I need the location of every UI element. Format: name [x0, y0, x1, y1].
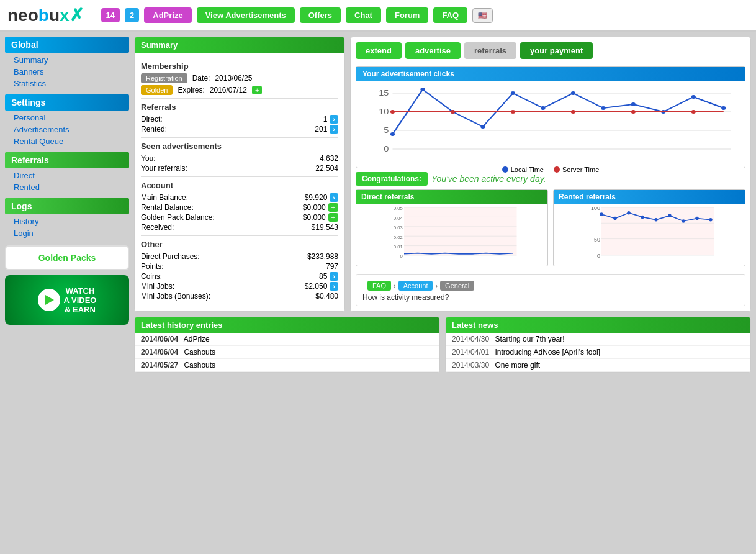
golden-pack-balance-label: Golden Pack Balance: [141, 213, 215, 222]
sidebar-item-direct[interactable]: Direct [5, 170, 129, 181]
sidebar-item-personal[interactable]: Personal [5, 112, 129, 124]
faq-chevron2: › [435, 282, 438, 289]
direct-purchases-label: Direct Purchases: [141, 252, 200, 261]
sidebar-global-group: Global Summary Banners Statistics [5, 37, 129, 89]
expires-plus-button[interactable]: + [252, 86, 262, 94]
extend-button[interactable]: extend [356, 42, 402, 59]
history-type-2: Cashouts [184, 361, 215, 370]
ad-clicks-chart-title: Your advertisement clicks [356, 67, 745, 81]
divider4 [141, 235, 338, 236]
faq-tag[interactable]: FAQ [367, 281, 391, 291]
news-entry-2: 2014/03/30 One more gift [446, 359, 750, 372]
sidebar-item-rented[interactable]: Rented [5, 181, 129, 193]
play-icon [38, 289, 60, 311]
faq-question: How is activity measured? [362, 293, 739, 302]
watch-video-text: WATCH A VIDEO & EARN [64, 286, 97, 314]
coins-value: 85 [319, 272, 327, 281]
sidebar-item-banners[interactable]: Banners [5, 66, 129, 78]
history-type-0: AdPrize [184, 335, 210, 343]
svg-rect-26 [404, 207, 517, 255]
sidebar-item-statistics[interactable]: Statistics [5, 78, 129, 89]
adprize-button[interactable]: AdPrize [144, 7, 191, 23]
coins-arrow-button[interactable]: › [330, 272, 338, 281]
svg-point-12 [511, 91, 515, 95]
history-date-2: 2014/05/27 [141, 361, 178, 370]
golden-pack-balance-row: Golden Pack Balance: $0.000 + [141, 212, 338, 222]
history-entry-1: 2014/06/04 Cashouts [135, 346, 439, 359]
expires-value: 2016/07/12 [210, 86, 247, 94]
logo: neobux✗ [7, 5, 84, 25]
language-flag[interactable]: 🇺🇸 [472, 8, 493, 23]
sidebar-logs-group: Logs History Login [5, 198, 129, 239]
svg-text:0: 0 [400, 253, 403, 259]
congrats-label: Congratulations: [356, 172, 428, 186]
rented-referrals-chart-title: Rented referrals [554, 190, 745, 204]
rental-balance-plus-button[interactable]: + [328, 203, 338, 212]
sidebar-item-history[interactable]: History [5, 216, 129, 227]
svg-point-11 [480, 125, 485, 129]
svg-point-15 [601, 106, 605, 110]
summary-body: Membership Registration Date: 2013/06/25… [135, 53, 344, 306]
faq-account-tag[interactable]: Account [398, 281, 433, 291]
news-panel: Latest news 2014/04/30 Starting our 7th … [445, 317, 751, 373]
faq-header-button[interactable]: FAQ [433, 7, 467, 23]
header: neobux✗ 14 2 AdPrize View Advertisements… [0, 0, 756, 32]
mini-jobs-value: $2.050 [305, 282, 328, 291]
advertise-button[interactable]: advertise [405, 42, 461, 59]
svg-point-50 [641, 216, 644, 219]
golden-pack-balance-value: $0.000 [303, 213, 326, 222]
svg-point-21 [451, 110, 455, 114]
faq-section: FAQ › Account › General How is activity … [356, 274, 745, 306]
points-label: Points: [141, 262, 164, 271]
sidebar-item-login[interactable]: Login [5, 227, 129, 239]
faq-general-tag[interactable]: General [440, 281, 474, 291]
ad-clicks-chart-container: Your advertisement clicks 15 10 5 [356, 66, 745, 168]
history-date-1: 2014/06/04 [141, 348, 178, 356]
svg-text:10: 10 [379, 107, 389, 116]
server-time-legend: Server Time [554, 166, 599, 173]
sidebar-item-summary[interactable]: Summary [5, 54, 129, 66]
play-arrow-icon [45, 295, 54, 305]
view-ads-button[interactable]: View Advertisements [197, 7, 295, 23]
golden-packs-button[interactable]: Golden Packs [5, 245, 129, 270]
sidebar: Global Summary Banners Statistics Settin… [5, 37, 129, 524]
badge-2[interactable]: 2 [125, 8, 139, 22]
coins-label: Coins: [141, 272, 162, 281]
rented-referrals-row: Rented: 201 › [141, 124, 338, 134]
referrals-button[interactable]: referrals [464, 42, 516, 59]
svg-text:0.01: 0.01 [394, 244, 403, 250]
received-value: $19.543 [312, 223, 338, 232]
main-balance-value: $9.920 [305, 193, 328, 202]
rented-arrow-button[interactable]: › [330, 125, 338, 134]
sidebar-item-advertisements[interactable]: Advertisements [5, 124, 129, 135]
chat-button[interactable]: Chat [346, 7, 381, 23]
direct-referrals-chart-body: 0.05 0.04 0.03 0.02 0.01 0 [356, 204, 547, 266]
your-payment-button[interactable]: your payment [520, 42, 593, 59]
golden-pack-plus-button[interactable]: + [328, 213, 338, 222]
membership-header: Membership [141, 61, 338, 71]
mini-jobs-button[interactable]: › [330, 282, 338, 291]
sidebar-item-rental-queue[interactable]: Rental Queue [5, 135, 129, 147]
svg-point-19 [721, 106, 726, 110]
membership-golden-row: Golden Expires: 2016/07/12 + [141, 85, 338, 95]
svg-point-16 [631, 102, 636, 106]
svg-point-18 [691, 95, 696, 99]
svg-point-49 [627, 211, 631, 215]
direct-label: Direct: [141, 115, 163, 124]
history-type-1: Cashouts [184, 348, 215, 356]
direct-arrow-button[interactable]: › [330, 115, 338, 124]
sidebar-referrals-group: Referrals Direct Rented [5, 152, 129, 193]
watch-video-banner[interactable]: WATCH A VIDEO & EARN [5, 275, 129, 325]
faq-bar: FAQ › Account › General [367, 281, 734, 291]
forum-button[interactable]: Forum [386, 7, 428, 23]
svg-point-14 [571, 91, 575, 95]
offers-button[interactable]: Offers [300, 7, 341, 23]
points-value: 797 [326, 262, 338, 271]
main-balance-button[interactable]: › [330, 193, 338, 202]
badge-14[interactable]: 14 [101, 8, 120, 22]
svg-text:50: 50 [594, 237, 600, 243]
bottom-charts: Direct referrals [351, 189, 750, 271]
direct-chart-svg: 0.05 0.04 0.03 0.02 0.01 0 [360, 207, 544, 262]
local-time-legend: Local Time [502, 166, 544, 173]
sidebar-global-title: Global [5, 37, 129, 53]
